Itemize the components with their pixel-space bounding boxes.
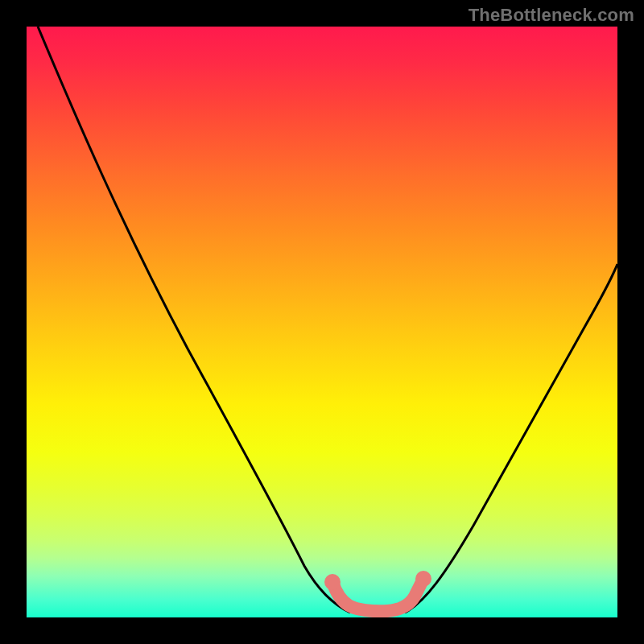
plot-area <box>27 27 617 617</box>
optimal-band-path <box>332 579 423 611</box>
watermark-text: TheBottleneck.com <box>469 5 634 26</box>
chart-frame: TheBottleneck.com <box>0 0 644 644</box>
left-curve <box>38 27 350 613</box>
right-curve <box>405 264 617 613</box>
optimal-band-left-dot <box>324 574 341 590</box>
curve-layer <box>27 27 617 617</box>
optimal-band-right-dot <box>415 571 431 587</box>
